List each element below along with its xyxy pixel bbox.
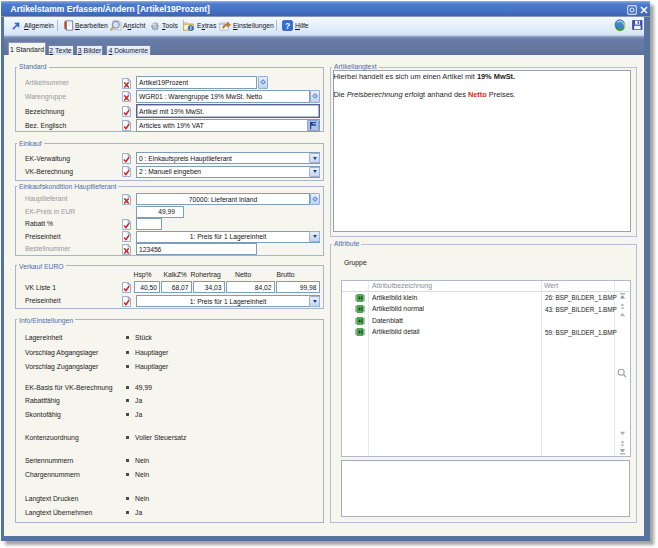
svg-text:?: ? (285, 21, 290, 31)
